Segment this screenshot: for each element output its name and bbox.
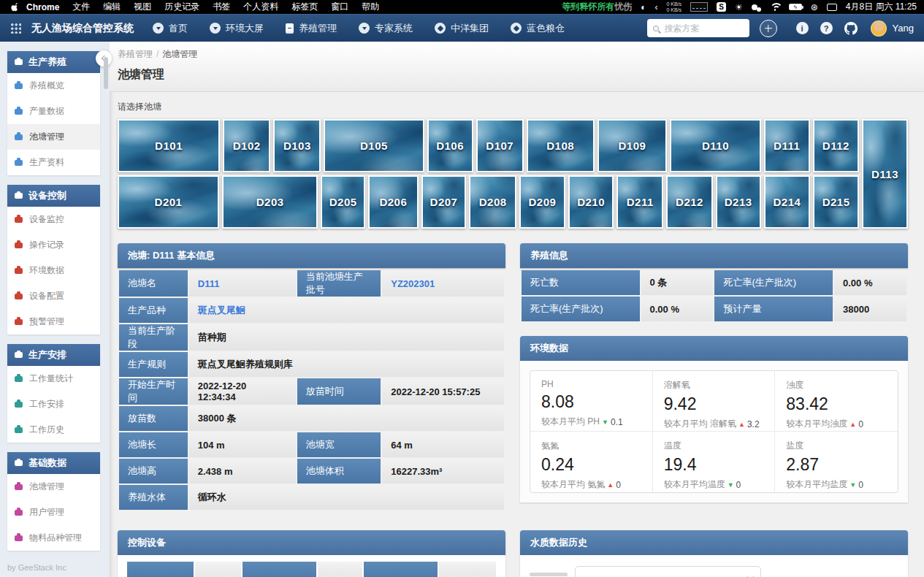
menu-help[interactable]: 帮助: [362, 1, 379, 13]
sidebar-item-pond-mgmt-base[interactable]: 池塘管理: [7, 474, 100, 500]
brightness-icon[interactable]: ☀: [735, 2, 743, 12]
sidebar-item-work-plan[interactable]: 工作安排: [7, 391, 100, 417]
pond-tile-d111[interactable]: D111: [764, 119, 810, 172]
pond-tile-d112[interactable]: D112: [813, 119, 859, 172]
pond-tile-d208[interactable]: D208: [469, 175, 516, 229]
pond-tile-d106[interactable]: D106: [427, 119, 473, 172]
sidebar-item-material-type-mgmt[interactable]: 物料品种管理: [7, 525, 100, 551]
metric-temperature: 温度 19.4 较本月平均温度▼0: [653, 432, 776, 492]
sidebar-item-device-monitor[interactable]: 设备监控: [7, 207, 100, 232]
app-grid-icon[interactable]: [10, 23, 21, 34]
metric-ph: PH 8.08 较本月平均 PH▼0.1: [530, 371, 653, 432]
nav-item-home[interactable]: 首页: [153, 22, 188, 35]
menu-history[interactable]: 历史记录: [164, 1, 199, 13]
sidebar-item-pond-mgmt[interactable]: 池塘管理: [7, 124, 100, 150]
batch-number-link[interactable]: YZ202301: [391, 278, 435, 289]
app-navbar: 无人渔场综合管控系统 首页 环境大屏 养殖管理 专家系统 中洋集团 蓝色粮仓 i…: [0, 14, 924, 42]
pond-tile-d214[interactable]: D214: [764, 175, 811, 229]
wifi-icon[interactable]: [770, 3, 780, 11]
briefcase-icon: [15, 268, 23, 274]
species-link[interactable]: 斑点叉尾鮰: [198, 305, 245, 316]
sidebar-item-work-history[interactable]: 工作历史: [7, 417, 100, 443]
pond-tile-d209[interactable]: D209: [519, 175, 565, 229]
briefcase-icon: [15, 134, 23, 140]
breadcrumb-parent[interactable]: 养殖管理: [118, 49, 153, 59]
menu-file[interactable]: 文件: [72, 1, 90, 13]
menu-view[interactable]: 视图: [134, 1, 151, 13]
sidebar-item-user-mgmt[interactable]: 用户管理: [7, 500, 100, 525]
water-quality-type-select[interactable]: [575, 566, 761, 577]
music-app-icon[interactable]: ◐: [641, 2, 646, 12]
pond-tile-d203[interactable]: D203: [222, 175, 318, 229]
nav-item-expert-system[interactable]: 专家系统: [359, 22, 413, 35]
search-input[interactable]: [663, 23, 744, 34]
sidebar-item-alert-mgmt[interactable]: 预警管理: [7, 309, 100, 335]
pond-tile-d212[interactable]: D212: [666, 175, 713, 229]
sidebar: 生产养殖 养殖概览 产量数据 池塘管理 生产资料 设备控制 设备监控 操作记录 …: [0, 42, 110, 577]
zhongyang-icon: [435, 23, 446, 34]
table-row: 死亡率(生产批次) 0.00 % 预计产量 38000: [522, 297, 906, 321]
menubar-app-name[interactable]: Chrome: [26, 2, 59, 12]
user-avatar[interactable]: [871, 20, 887, 37]
github-icon[interactable]: [844, 22, 858, 35]
wechat-icon[interactable]: [752, 4, 757, 10]
pond-name-link[interactable]: D111: [198, 278, 220, 289]
trend-up-icon: ▲: [849, 421, 856, 428]
pond-tile-d108[interactable]: D108: [527, 119, 595, 172]
menu-profiles[interactable]: 个人资料: [243, 1, 278, 13]
network-graph-icon[interactable]: [690, 2, 708, 12]
pond-tile-d103[interactable]: D103: [273, 119, 321, 172]
pond-tile-d105[interactable]: D105: [324, 119, 424, 172]
info-icon[interactable]: i: [796, 22, 809, 34]
pond-tile-d215[interactable]: D215: [813, 175, 859, 229]
nav-item-zhongyang-group[interactable]: 中洋集团: [435, 22, 489, 35]
user-name[interactable]: Yang: [893, 23, 914, 34]
help-icon[interactable]: ?: [820, 22, 833, 34]
pond-tile-d102[interactable]: D102: [223, 119, 270, 172]
sidebar-item-yield-data[interactable]: 产量数据: [7, 99, 100, 124]
sidebar-item-breeding-overview[interactable]: 养殖概览: [7, 73, 100, 99]
sidebar-item-device-config[interactable]: 设备配置: [7, 283, 100, 309]
sidebar-item-workload-stats[interactable]: 工作量统计: [7, 366, 100, 391]
nav-item-env-screen[interactable]: 环境大屏: [210, 22, 264, 35]
pond-tile-d206[interactable]: D206: [368, 175, 419, 229]
nav-item-blue-granary[interactable]: 蓝色粮仓: [511, 22, 565, 35]
pond-tile-d210[interactable]: D210: [568, 175, 614, 229]
sidebar-item-operation-log[interactable]: 操作记录: [7, 232, 100, 258]
pond-tile-d207[interactable]: D207: [421, 175, 467, 229]
menu-window[interactable]: 窗口: [331, 1, 348, 13]
app-title: 无人渔场综合管控系统: [31, 22, 134, 35]
control-devices-panel-header: 控制设备: [118, 530, 505, 555]
table-row: 生产品种 斑点叉尾鮰: [119, 298, 504, 323]
pond-tile-d205[interactable]: D205: [321, 175, 365, 229]
sidebar-item-production-material[interactable]: 生产资料: [7, 150, 100, 175]
pond-tile-d109[interactable]: D109: [597, 119, 668, 172]
trend-down-icon: ▼: [728, 481, 734, 489]
menu-edit[interactable]: 编辑: [103, 1, 121, 13]
add-button[interactable]: [760, 20, 777, 37]
pond-tile-d211[interactable]: D211: [616, 175, 663, 229]
pond-tile-d201[interactable]: D201: [118, 175, 219, 229]
main-content: 养殖管理/池塘管理 池塘管理 请选择池塘 D101 D102 D103 D105…: [110, 42, 924, 577]
settings-icon[interactable]: ⊛: [811, 2, 818, 12]
control-devices-panel-body: [118, 555, 505, 577]
sidebar-item-env-data[interactable]: 环境数据: [7, 258, 100, 283]
s-badge-icon[interactable]: S: [717, 2, 726, 12]
sidebar-footer: by GeeStack Inc: [7, 563, 66, 572]
pond-tile-d213[interactable]: D213: [716, 175, 761, 229]
pond-tile-d110[interactable]: D110: [670, 119, 760, 172]
trend-down-icon: ▼: [602, 419, 608, 426]
apple-logo-icon[interactable]: [10, 2, 20, 12]
metric-ammonia: 氨氮 0.24 较本月平均 氨氮▲0: [530, 432, 653, 492]
chevron-left-icon[interactable]: ‹: [654, 2, 657, 12]
nav-item-breeding-mgmt[interactable]: 养殖管理: [286, 22, 337, 35]
battery-charging-icon[interactable]: ϟ: [789, 4, 802, 10]
pond-tile-d101[interactable]: D101: [118, 119, 220, 172]
pond-tile-d107[interactable]: D107: [476, 119, 524, 172]
menu-tabs[interactable]: 标签页: [291, 1, 318, 13]
menu-bookmarks[interactable]: 书签: [213, 1, 230, 13]
pond-tile-d113[interactable]: D113: [862, 119, 908, 229]
display-icon[interactable]: [827, 4, 837, 11]
sidebar-scrollbar[interactable]: [104, 57, 108, 89]
menubar-clock[interactable]: 4月8日 周六 11:25: [846, 1, 917, 13]
